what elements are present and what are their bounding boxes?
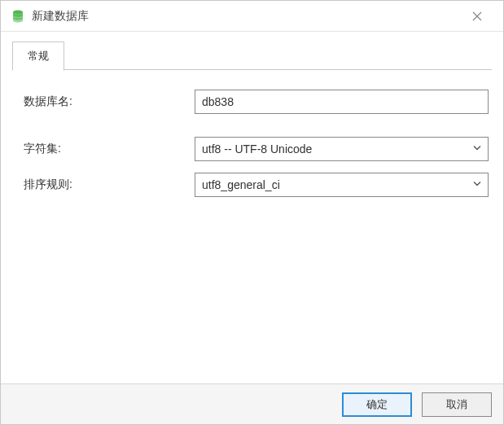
- close-icon: [472, 11, 482, 21]
- titlebar: 新建数据库: [1, 1, 503, 32]
- cancel-button[interactable]: 取消: [422, 392, 492, 417]
- row-collation: 排序规则:: [24, 173, 489, 197]
- charset-label: 字符集:: [24, 142, 195, 156]
- collation-label: 排序规则:: [24, 177, 195, 192]
- dialog-footer: 确定 取消: [1, 383, 503, 424]
- tab-underline: [12, 69, 492, 70]
- charset-select[interactable]: [195, 137, 489, 161]
- dialog-title: 新建数据库: [32, 9, 461, 24]
- tab-bar: 常规: [1, 32, 503, 70]
- ok-button[interactable]: 确定: [342, 392, 412, 417]
- close-button[interactable]: [461, 1, 493, 32]
- row-charset: 字符集:: [24, 137, 489, 161]
- row-dbname: 数据库名:: [24, 90, 489, 114]
- new-database-dialog: 新建数据库 常规 数据库名: 字符集: 排序规则:: [0, 0, 504, 425]
- tab-general[interactable]: 常规: [12, 42, 64, 71]
- dialog-content: 数据库名: 字符集: 排序规则:: [1, 70, 503, 383]
- collation-select[interactable]: [195, 173, 489, 197]
- database-icon: [11, 9, 25, 24]
- dbname-input[interactable]: [195, 90, 489, 114]
- dbname-label: 数据库名:: [24, 94, 195, 109]
